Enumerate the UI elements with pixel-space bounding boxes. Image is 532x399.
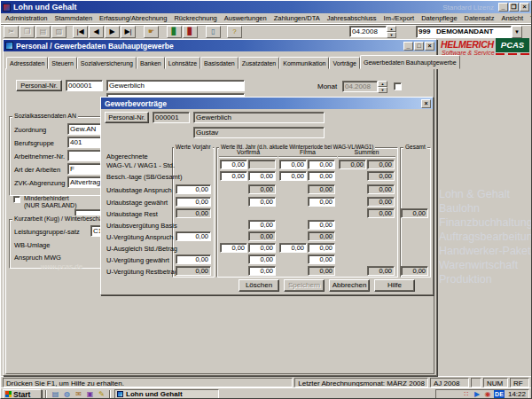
period-spinner[interactable]: 04.2008 ▲▼ xyxy=(349,26,396,37)
first-record-icon[interactable]: |◀ xyxy=(73,26,88,38)
menu-item-9[interactable]: Datensatz xyxy=(463,14,497,22)
tray-player-icon[interactable]: ▶ xyxy=(473,390,481,399)
grid-field-f2-row3[interactable]: 0,00 xyxy=(308,197,335,207)
start-button[interactable]: Start xyxy=(3,389,42,399)
name1-field[interactable]: Gewerblich xyxy=(106,80,245,91)
personalnr-button[interactable]: Personal-Nr. xyxy=(16,80,62,91)
system-tray: ∷▶◉ DE14:22 xyxy=(435,389,529,399)
period-spin-buttons[interactable]: ▲▼ xyxy=(387,26,396,37)
tab-adressdaten[interactable]: Adressdaten xyxy=(6,57,48,69)
grid-field-vf2-row1[interactable]: 0,00 xyxy=(248,171,276,181)
tab-banken[interactable]: Banken xyxy=(137,57,165,69)
leistungsgruppe-label: Leistungsgruppe/-satz xyxy=(14,228,80,236)
grid-field-vorjahr-row8[interactable]: 0,00 xyxy=(176,254,211,264)
menu-item-1[interactable]: Stammdaten xyxy=(53,14,95,22)
period-field[interactable]: 04.2008 xyxy=(349,26,387,37)
grid-field-vf1-row7[interactable]: 0,00 xyxy=(220,243,247,253)
tab-zusatzdaten[interactable]: Zusatzdaten xyxy=(239,57,280,69)
spin-down-icon[interactable]: ▼ xyxy=(387,32,396,38)
grid-field-vf2-row9[interactable]: 0,00 xyxy=(248,266,276,276)
ql-edit-icon[interactable]: ✎ xyxy=(97,389,106,399)
window-list-icon[interactable]: ▯ xyxy=(206,26,221,38)
tab-kommunikation[interactable]: Kommunikation xyxy=(279,57,329,69)
dialog-close-button[interactable]: × xyxy=(421,99,431,108)
product-4: Handwerker-Paket xyxy=(439,244,531,258)
task-button[interactable]: Lohn und Gehalt xyxy=(114,389,219,399)
tab-lohns-tze[interactable]: Lohnsätze xyxy=(165,57,200,69)
maximize-button[interactable]: ❐ xyxy=(509,3,519,12)
ql-browser-icon[interactable]: ◍ xyxy=(62,389,72,399)
lschen-button[interactable]: Löschen xyxy=(239,279,279,292)
select-hand-icon[interactable]: ☛ xyxy=(144,26,159,38)
grid-field-vf2-row5[interactable]: 0,00 xyxy=(248,220,276,230)
tray-agent-icon[interactable]: ∷ xyxy=(462,390,471,399)
grid-field-vf2-row7[interactable]: 0,00 xyxy=(248,243,276,253)
menu-item-7[interactable]: Im-/Export xyxy=(382,14,417,22)
grid-field-vf1-row0[interactable]: 0,00 xyxy=(220,160,247,169)
menu-item-10[interactable]: Ansicht xyxy=(499,14,525,22)
abbrechen-button[interactable]: Abbrechen xyxy=(329,279,370,292)
tray-mute-icon[interactable]: ◉ xyxy=(483,390,492,399)
key-icon[interactable]: ? xyxy=(227,26,242,38)
tab-gewerbedaten-bauhauptgewerbe[interactable]: Gewerbedaten Bauhauptgewerbe xyxy=(360,55,460,69)
client-dropdown-icon[interactable]: ▼ xyxy=(512,26,522,38)
menu-item-3[interactable]: Rückrechnung xyxy=(172,14,218,22)
ql-mail-icon[interactable]: ✉ xyxy=(74,389,83,399)
taskbar-divider2 xyxy=(109,390,111,398)
close-button[interactable]: × xyxy=(520,3,529,12)
grid-field-vf2-row2: 0,00 xyxy=(248,184,276,194)
minimize-button[interactable]: _ xyxy=(498,3,508,12)
sozial-label-3: Art der Arbeiten xyxy=(14,166,60,174)
grid-field-vorjahr-row3[interactable]: 0,00 xyxy=(176,197,211,207)
grid-field-vf1-row1[interactable]: 0,00 xyxy=(220,171,247,181)
menu-item-4[interactable]: Auswertungen xyxy=(223,14,269,22)
grid-field-vorjahr-row6[interactable]: 0,00 xyxy=(176,231,211,241)
minderbehindert-checkbox[interactable] xyxy=(13,196,20,203)
menu-item-0[interactable]: Administration xyxy=(4,14,50,22)
client-combo[interactable]: 999 DEMOMANDANT ▼ xyxy=(416,26,522,38)
tab-vortr-ge[interactable]: Vorträge xyxy=(329,57,359,69)
previous-record-icon[interactable]: ◀ xyxy=(89,26,104,38)
grid-field-f1-row7[interactable]: 0,00 xyxy=(279,243,307,253)
child-maximize-button[interactable]: □ xyxy=(414,42,424,51)
ql-media-icon[interactable]: ▣ xyxy=(85,389,95,399)
grid-field-vorjahr-row2[interactable]: 0,00 xyxy=(176,184,211,194)
child-minimize-button[interactable]: _ xyxy=(403,42,413,51)
status-rf: RF xyxy=(510,378,529,387)
license-label: Standard Lizenz xyxy=(442,4,494,12)
grid-field-vf2-row3[interactable]: 0,00 xyxy=(248,197,276,207)
dialog-title-bar: Gewerbevorträge × xyxy=(101,98,433,109)
menu-item-8[interactable]: Datenpflege xyxy=(419,14,458,22)
grid-field-f2-row1[interactable]: 0,00 xyxy=(308,171,335,181)
dialog-personalnr-button[interactable]: Personal-Nr. xyxy=(105,112,149,123)
payroll-book-red-icon[interactable]: ▊ xyxy=(183,26,198,38)
hilfe-button[interactable]: Hilfe xyxy=(374,279,415,292)
tray-clock: 14:22 xyxy=(508,390,526,398)
monat-field: 04.2008 xyxy=(342,81,378,92)
menu-item-2[interactable]: Erfassung/Abrechnung xyxy=(98,14,168,22)
grid-field-f1-row0[interactable]: 0,00 xyxy=(279,160,307,169)
grid-field-f2-row7[interactable]: 0,00 xyxy=(308,243,335,253)
tab-sozialversicherung[interactable]: Sozialversicherung xyxy=(77,57,137,69)
menu-item-6[interactable]: Jahresabschluss xyxy=(325,14,379,22)
grid-field-f1-row1[interactable]: 0,00 xyxy=(279,171,307,181)
tab-basisdaten[interactable]: Basisdaten xyxy=(200,57,239,69)
personalnr-field[interactable]: 000001 xyxy=(66,80,103,91)
grid-field-f2-row5[interactable]: 0,00 xyxy=(308,220,335,230)
menu-item-5[interactable]: Zahlungen/DTA xyxy=(272,14,322,22)
monat-checkbox[interactable] xyxy=(394,82,402,90)
last-record-icon[interactable]: ▶| xyxy=(121,26,136,38)
grid-field-vf2-row8[interactable]: 0,00 xyxy=(248,254,276,264)
grid-field-f2-row0[interactable]: 0,00 xyxy=(308,160,335,169)
ql-desktop-icon[interactable]: ▤ xyxy=(51,389,60,399)
payroll-book-green-icon[interactable]: ▊ xyxy=(167,26,182,38)
tab-steuern[interactable]: Steuern xyxy=(48,57,77,69)
menu-item-11[interactable]: Tagelohn xyxy=(528,14,532,22)
next-record-icon[interactable]: ▶ xyxy=(105,26,120,38)
grid-field-f2-row8[interactable]: 0,00 xyxy=(308,254,335,264)
client-value[interactable]: 999 DEMOMANDANT xyxy=(416,26,512,38)
tray-language-indicator[interactable]: DE xyxy=(494,390,505,398)
child-close-button[interactable]: × xyxy=(425,42,434,51)
menu-bar: AdministrationStammdatenErfassung/Abrech… xyxy=(1,13,531,24)
spin-up-icon[interactable]: ▲ xyxy=(387,26,396,32)
